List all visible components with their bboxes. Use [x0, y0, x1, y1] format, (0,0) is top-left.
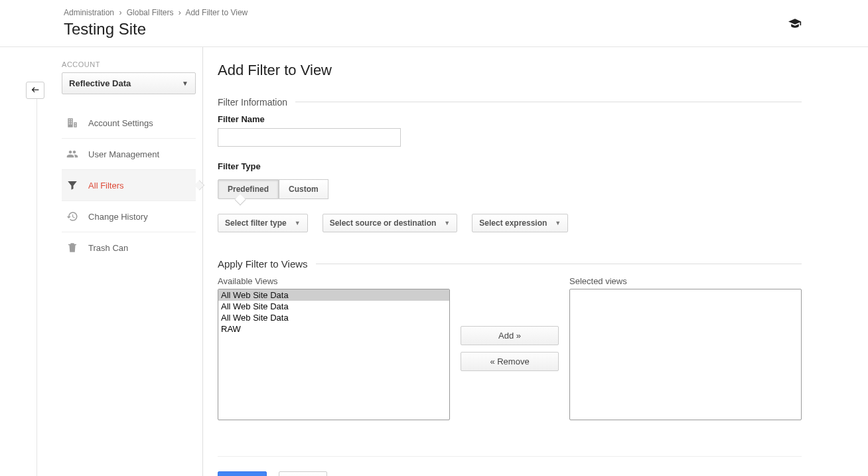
remove-button[interactable]: « Remove — [461, 352, 559, 371]
select-expression-dropdown[interactable]: Select expression ▼ — [472, 214, 568, 232]
sidebar-nav: Account Settings User Management All Fil… — [62, 108, 196, 263]
add-button[interactable]: Add » — [461, 326, 559, 345]
caret-down-icon: ▼ — [182, 80, 188, 87]
filter-icon — [66, 179, 79, 191]
filter-information-heading: Filter Information — [218, 97, 295, 108]
caret-down-icon: ▼ — [555, 220, 561, 226]
filter-type-custom[interactable]: Custom — [279, 179, 328, 199]
list-item[interactable]: All Web Site Data — [218, 301, 449, 312]
breadcrumb: Administration › Global Filters › Add Fi… — [64, 8, 868, 17]
breadcrumb-item: Add Filter to View — [185, 8, 248, 17]
history-icon — [66, 210, 79, 222]
sidebar-item-change-history[interactable]: Change History — [62, 200, 196, 232]
list-item[interactable]: RAW — [218, 323, 449, 335]
sidebar-item-label: Change History — [88, 212, 148, 222]
breadcrumb-item[interactable]: Global Filters — [127, 8, 174, 17]
sidebar-item-account-settings[interactable]: Account Settings — [62, 108, 196, 138]
list-item[interactable]: All Web Site Data — [218, 289, 449, 301]
filter-type-predefined[interactable]: Predefined — [218, 179, 279, 199]
back-button[interactable] — [26, 82, 44, 99]
select-source-dropdown[interactable]: Select source or destination ▼ — [323, 214, 458, 232]
filter-type-label: Filter Type — [218, 161, 802, 171]
caret-down-icon: ▼ — [444, 220, 450, 226]
cancel-button[interactable]: Cancel — [279, 471, 327, 476]
sidebar-item-label: Trash Can — [88, 243, 128, 253]
page-title: Add Filter to View — [218, 62, 802, 79]
site-title: Testing Site — [64, 20, 868, 39]
caret-down-icon: ▼ — [295, 220, 301, 226]
sidebar-item-user-management[interactable]: User Management — [62, 138, 196, 169]
building-icon — [66, 117, 79, 129]
list-item[interactable]: All Web Site Data — [218, 312, 449, 323]
sidebar-item-trash-can[interactable]: Trash Can — [62, 232, 196, 263]
apply-filter-heading: Apply Filter to Views — [218, 258, 316, 270]
filter-name-input[interactable] — [218, 128, 401, 147]
sidebar-item-label: Account Settings — [88, 118, 153, 128]
sidebar: ACCOUNT Reflective Data ▼ Account Settin… — [35, 47, 203, 476]
sidebar-item-label: User Management — [88, 149, 159, 159]
select-filter-type-dropdown[interactable]: Select filter type ▼ — [218, 214, 308, 232]
breadcrumb-item[interactable]: Administration — [64, 8, 114, 17]
page-header: Administration › Global Filters › Add Fi… — [0, 0, 868, 47]
available-views-list[interactable]: All Web Site DataAll Web Site DataAll We… — [218, 289, 450, 420]
account-selector[interactable]: Reflective Data ▼ — [62, 72, 196, 94]
save-button[interactable]: Save — [218, 471, 267, 476]
users-icon — [66, 148, 79, 160]
selected-views-list[interactable] — [569, 289, 802, 420]
main-content: Add Filter to View Filter Information Fi… — [203, 47, 868, 476]
graduation-cap-icon[interactable] — [788, 19, 802, 28]
selected-views-label: Selected views — [569, 276, 802, 286]
sidebar-item-label: All Filters — [88, 181, 123, 191]
filter-name-label: Filter Name — [218, 114, 802, 124]
trash-icon — [66, 242, 79, 254]
account-name: Reflective Data — [69, 78, 131, 88]
sidebar-item-all-filters[interactable]: All Filters — [62, 169, 196, 200]
sidebar-section-label: ACCOUNT — [62, 60, 196, 68]
available-views-label: Available Views — [218, 276, 450, 286]
